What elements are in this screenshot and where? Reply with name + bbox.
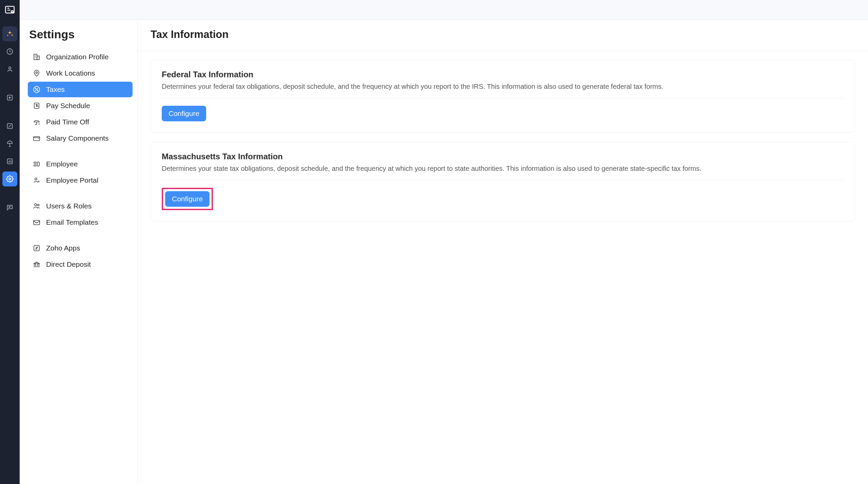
settings-title: Settings [28,28,133,41]
card-title: Federal Tax Information [162,70,844,79]
sidebar-item-salary-components[interactable]: Salary Components [28,130,133,146]
svg-point-12 [35,88,36,89]
portal-user-icon [33,176,41,184]
settings-sidebar: Settings Organization Profile Work Locat… [20,20,138,484]
state-tax-card: Massachusetts Tax Information Determines… [151,142,855,221]
navrail-import-icon[interactable] [2,90,17,105]
sidebar-item-label: Employee Portal [46,176,98,184]
sidebar-item-label: Taxes [46,85,65,94]
navrail-reports-icon[interactable] [2,154,17,169]
sidebar-item-zoho-apps[interactable]: Zoho Apps [28,240,133,256]
svg-rect-18 [37,162,39,166]
building-icon [33,53,41,61]
navrail-ai-icon[interactable] [2,26,17,41]
sidebar-item-employee[interactable]: Employee [28,156,133,172]
umbrella-icon [33,118,41,126]
percent-icon [33,85,41,94]
bank-icon [33,260,41,268]
svg-point-7 [9,178,11,180]
svg-point-1 [11,11,13,13]
configure-state-button[interactable]: Configure [165,191,210,207]
highlight-annotation: Configure [162,188,213,210]
sidebar-item-label: Paid Time Off [46,118,89,126]
svg-point-20 [35,204,37,206]
sidebar-item-taxes[interactable]: Taxes [28,82,133,97]
sidebar-item-label: Organization Profile [46,53,108,61]
svg-rect-16 [34,162,36,163]
pin-icon [33,69,41,77]
svg-point-13 [37,90,38,91]
app-logo-icon[interactable] [3,3,17,17]
wallet-icon [33,134,41,142]
sidebar-item-label: Employee [46,160,78,168]
svg-point-19 [35,178,37,180]
navrail-chat-icon[interactable] [2,200,17,215]
sidebar-item-label: Direct Deposit [46,260,91,268]
sidebar-item-label: Users & Roles [46,202,92,210]
svg-rect-22 [34,220,40,225]
svg-rect-17 [34,165,36,166]
navrail-tax-icon[interactable] [2,119,17,134]
svg-rect-8 [34,54,37,60]
page-title: Tax Information [151,28,855,41]
card-description: Determines your federal tax obligations,… [162,82,844,98]
sidebar-item-label: Salary Components [46,134,108,142]
sidebar-item-paid-time-off[interactable]: Paid Time Off [28,114,133,130]
sidebar-item-label: Pay Schedule [46,102,90,110]
configure-federal-button[interactable]: Configure [162,106,206,121]
sidebar-item-organization-profile[interactable]: Organization Profile [28,49,133,65]
svg-point-10 [36,72,38,74]
sidebar-item-work-locations[interactable]: Work Locations [28,65,133,81]
sidebar-item-label: Email Templates [46,218,98,226]
svg-rect-15 [34,137,40,141]
svg-point-3 [9,67,11,69]
card-description: Determines your state tax obligations, d… [162,164,844,180]
sidebar-item-email-templates[interactable]: Email Templates [28,215,133,230]
users-icon [33,202,41,210]
sidebar-item-pay-schedule[interactable]: Pay Schedule [28,98,133,114]
sidebar-item-employee-portal[interactable]: Employee Portal [28,173,133,188]
top-header [20,0,868,20]
z-app-icon [33,244,41,252]
navrail-people-icon[interactable] [2,62,17,77]
sidebar-item-label: Zoho Apps [46,244,80,252]
svg-point-21 [38,204,39,206]
employee-icon [33,160,41,168]
federal-tax-card: Federal Tax Information Determines your … [151,60,855,133]
dollar-doc-icon [33,102,41,110]
navrail-benefits-icon[interactable] [2,136,17,151]
card-title: Massachusetts Tax Information [162,152,844,161]
navrail-dashboard-icon[interactable] [2,44,17,59]
sidebar-item-direct-deposit[interactable]: Direct Deposit [28,257,133,272]
envelope-icon [33,218,41,226]
app-navrail [0,0,20,484]
sidebar-item-users-roles[interactable]: Users & Roles [28,198,133,214]
sidebar-item-label: Work Locations [46,69,95,77]
content-area: Tax Information Federal Tax Information … [138,20,868,484]
navrail-settings-icon[interactable] [2,172,17,186]
